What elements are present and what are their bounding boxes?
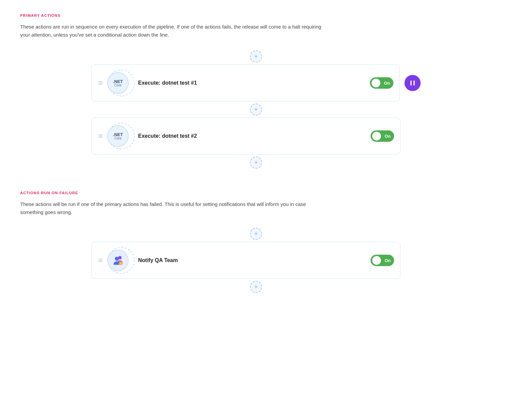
toggle-label-2: On <box>385 134 391 139</box>
svg-rect-6 <box>98 136 102 136</box>
icon-inner-1: .NET Core <box>107 72 129 94</box>
drag-handle-3[interactable] <box>98 258 103 263</box>
toggle-1[interactable]: On <box>370 77 393 89</box>
toggle-knob-1 <box>372 79 380 87</box>
netcore-icon-1: .NET Core <box>113 79 123 87</box>
svg-rect-5 <box>98 134 102 135</box>
svg-rect-3 <box>411 81 412 86</box>
svg-point-12 <box>115 257 119 261</box>
svg-rect-0 <box>98 81 102 82</box>
icon-outer-3: ✓ <box>108 247 135 274</box>
action-row-wrapper-2: .NET Core Execute: dotnet test #2 On <box>91 118 421 155</box>
icon-outer-1: .NET Core <box>108 70 135 96</box>
pause-icon-1 <box>409 79 416 87</box>
add-failure-action-button-top[interactable] <box>250 228 262 240</box>
svg-rect-2 <box>98 84 102 85</box>
net-text-2: .NET <box>113 132 123 137</box>
action-name-3: Notify QA Team <box>138 257 371 263</box>
drag-handle-2[interactable] <box>98 133 103 139</box>
svg-rect-7 <box>98 137 102 138</box>
failure-actions-description: These actions will be run if one of the … <box>20 200 323 216</box>
pause-button-1[interactable] <box>404 75 421 91</box>
add-action-button-top[interactable] <box>250 50 262 62</box>
primary-actions-description: These actions are run in sequence on eve… <box>20 23 323 39</box>
core-text-1: Core <box>114 84 122 87</box>
action-row-wrapper-3: ✓ Notify QA Team On <box>91 242 421 279</box>
netcore-icon-2: .NET Core <box>113 132 123 140</box>
toggle-3[interactable]: On <box>371 255 394 266</box>
add-action-button-bottom[interactable] <box>250 157 262 169</box>
action-row-1: .NET Core Execute: dotnet test #1 On <box>91 65 400 101</box>
add-failure-action-button-bottom[interactable] <box>250 281 262 293</box>
action-row-3: ✓ Notify QA Team On <box>91 242 400 279</box>
toggle-knob-2 <box>372 132 381 140</box>
drag-icon-3 <box>98 258 103 263</box>
toggle-label-3: On <box>385 258 391 263</box>
action-name-2: Execute: dotnet test #2 <box>138 133 371 139</box>
toggle-label-1: On <box>384 81 390 86</box>
drag-icon-1 <box>98 80 103 86</box>
svg-rect-8 <box>98 259 102 259</box>
primary-action-list: .NET Core Execute: dotnet test #1 On <box>20 48 492 171</box>
net-text-1: .NET <box>113 79 123 84</box>
action-row-wrapper-1: .NET Core Execute: dotnet test #1 On <box>91 65 421 101</box>
core-text-2: Core <box>114 137 122 140</box>
svg-rect-10 <box>98 261 102 262</box>
add-action-button-middle[interactable] <box>250 103 262 116</box>
icon-outer-2: .NET Core <box>108 123 135 150</box>
action-name-1: Execute: dotnet test #1 <box>138 80 370 86</box>
toggle-2[interactable]: On <box>371 130 394 142</box>
toggle-knob-3 <box>372 256 381 265</box>
svg-rect-9 <box>98 260 102 261</box>
drag-handle-1[interactable] <box>98 80 103 86</box>
icon-inner-2: .NET Core <box>107 125 129 147</box>
svg-text:✓: ✓ <box>120 262 122 265</box>
drag-icon-2 <box>98 133 103 139</box>
svg-rect-1 <box>98 83 102 83</box>
teams-icon: ✓ <box>111 254 125 267</box>
icon-inner-3: ✓ <box>107 250 129 271</box>
primary-actions-section: PRIMARY ACTIONS These actions are run in… <box>20 13 492 171</box>
primary-actions-title: PRIMARY ACTIONS <box>20 13 492 17</box>
failure-actions-section: ACTIONS RUN ON FAILURE These actions wil… <box>20 191 492 295</box>
svg-rect-4 <box>414 81 415 86</box>
failure-actions-title: ACTIONS RUN ON FAILURE <box>20 191 492 195</box>
action-row-2: .NET Core Execute: dotnet test #2 On <box>91 118 400 155</box>
failure-action-list: ✓ Notify QA Team On <box>20 226 492 295</box>
